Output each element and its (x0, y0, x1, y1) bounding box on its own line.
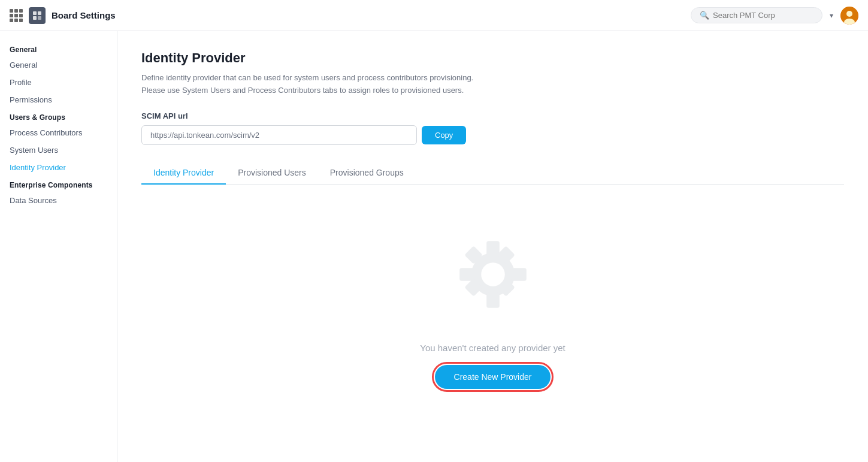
topbar: Board Settings 🔍 ▾ (0, 0, 868, 31)
svg-point-7 (481, 262, 505, 286)
svg-rect-8 (486, 241, 500, 256)
topbar-title: Board Settings (52, 10, 116, 20)
chevron-down-icon[interactable]: ▾ (830, 11, 833, 20)
sidebar-section-title-general: General (0, 41, 117, 56)
svg-rect-0 (33, 11, 37, 15)
gear-illustration (439, 221, 547, 328)
sidebar-section-general: General General Profile Permissions (0, 41, 117, 108)
tab-provisioned-groups[interactable]: Provisioned Groups (318, 162, 416, 185)
sidebar: General General Profile Permissions User… (0, 31, 117, 462)
svg-rect-11 (511, 268, 526, 281)
sidebar-item-data-sources[interactable]: Data Sources (0, 192, 117, 209)
svg-rect-9 (486, 292, 500, 307)
search-bar[interactable]: 🔍 (691, 7, 822, 23)
scim-row: Copy (141, 125, 844, 145)
board-icon (29, 7, 46, 24)
svg-rect-3 (38, 16, 41, 20)
scim-api-label: SCIM API url (141, 111, 844, 120)
search-icon: 🔍 (700, 11, 709, 20)
sidebar-item-system-users[interactable]: System Users (0, 141, 117, 159)
grid-menu-icon[interactable] (10, 9, 23, 22)
sidebar-item-identity-provider[interactable]: Identity Provider (0, 159, 117, 176)
svg-rect-2 (33, 16, 37, 20)
svg-point-5 (846, 11, 852, 17)
scim-url-input[interactable] (141, 125, 417, 145)
content-area: Identity Provider Define identity provid… (117, 31, 868, 462)
topbar-right: 🔍 ▾ (691, 7, 858, 25)
copy-button[interactable]: Copy (422, 126, 466, 144)
empty-state: You haven't created any provider yet Cre… (141, 185, 844, 413)
sidebar-item-general[interactable]: General (0, 56, 117, 74)
topbar-left: Board Settings (10, 7, 116, 24)
sidebar-item-process-contributors[interactable]: Process Contributors (0, 124, 117, 141)
avatar[interactable] (840, 7, 858, 25)
sidebar-section-enterprise: Enterprise Components Data Sources (0, 176, 117, 209)
sidebar-section-title-enterprise: Enterprise Components (0, 176, 117, 192)
page-description: Define identity provider that can be use… (141, 72, 844, 97)
tab-provisioned-users[interactable]: Provisioned Users (226, 162, 318, 185)
sidebar-section-title-users-groups: Users & Groups (0, 108, 117, 124)
main-layout: General General Profile Permissions User… (0, 31, 868, 462)
search-input[interactable] (713, 11, 813, 20)
tab-identity-provider[interactable]: Identity Provider (141, 162, 226, 185)
sidebar-section-users-groups: Users & Groups Process Contributors Syst… (0, 108, 117, 176)
empty-state-text: You haven't created any provider yet (420, 343, 565, 353)
sidebar-item-profile[interactable]: Profile (0, 74, 117, 91)
page-title: Identity Provider (141, 50, 844, 66)
create-new-provider-button[interactable]: Create New Provider (435, 365, 551, 389)
svg-rect-10 (459, 268, 474, 281)
sidebar-item-permissions[interactable]: Permissions (0, 91, 117, 108)
tabs: Identity Provider Provisioned Users Prov… (141, 162, 844, 185)
svg-rect-1 (38, 11, 41, 15)
